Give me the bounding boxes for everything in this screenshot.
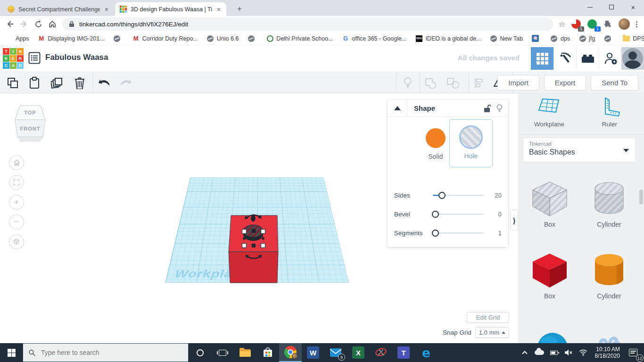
shape-solid-box[interactable]: Box [524,250,576,300]
chrome-taskbar-button[interactable] [279,343,302,362]
teams-taskbar-button[interactable]: T [392,343,415,362]
word-taskbar-button[interactable]: W [302,343,324,362]
shape-hole-cylinder[interactable]: Cylinder [583,178,635,228]
tinkercad-logo[interactable]: TIN KER CAD [3,48,24,69]
bookmark-item[interactable]: M Displaying IMG-201... [38,35,105,42]
maximize-button[interactable] [601,0,622,14]
search-input[interactable] [40,348,182,357]
shape-solid-cylinder[interactable]: Cylinder [583,250,635,300]
design-title[interactable]: Fabulous Waasa [45,53,108,62]
bookmark-item[interactable]: G office 365 - Google... [342,35,407,42]
tray-expand-button[interactable] [519,346,530,360]
close-button[interactable]: × [622,0,644,14]
3d-viewport[interactable]: Workplane TOP FRONT + − [0,93,519,343]
export-button[interactable]: Export [544,75,586,90]
mail-taskbar-button[interactable]: 9 [324,343,347,362]
bookmark-item[interactable]: Unio 6.6 [207,35,239,42]
forward-button[interactable] [17,17,31,31]
shape-scribble-partial[interactable] [583,329,635,343]
bookmark-item[interactable] [248,35,257,42]
shape-library-dropdown[interactable]: Tinkercad Basic Shapes [523,137,636,162]
address-bar[interactable]: tinkercad.com/things/dhVfiX276EJ/edit [62,17,553,31]
unlock-icon[interactable] [484,104,491,113]
shape-sphere-partial[interactable] [524,327,576,343]
redo-button[interactable] [119,76,133,90]
bookmark-item[interactable]: IDEO IDEO is a global de... [415,35,481,42]
minecraft-export-button[interactable] [553,47,576,70]
sidebar-scrollbar-thumb[interactable] [639,189,643,205]
snipping-tool-button[interactable] [370,343,392,362]
account-avatar[interactable] [621,47,644,70]
tab-close-icon[interactable]: × [104,6,109,13]
bookmark-item[interactable] [604,35,614,42]
lego-export-button[interactable] [576,47,599,70]
bookmark-item[interactable]: M Corridor Duty Repo... [132,35,198,42]
excel-taskbar-button[interactable]: X [347,343,370,362]
battery-tray-icon[interactable] [548,346,560,360]
ruler-tool[interactable]: Ruler [581,97,638,128]
view-cube[interactable]: TOP FRONT [12,104,48,145]
bookmark-star-icon[interactable]: ☆ [559,20,565,29]
perspective-toggle-button[interactable] [9,234,24,249]
task-view-button[interactable] [211,343,234,362]
hole-option-selected[interactable]: Hole [449,119,493,167]
extension-green[interactable]: 1 [586,18,598,30]
duplicate-button[interactable] [50,76,64,90]
new-tab-button[interactable]: + [234,4,245,14]
bookmark-apps[interactable]: Apps [6,35,29,42]
cortana-button[interactable] [189,343,211,362]
invite-collaborator-button[interactable] [599,47,621,70]
panel-collapse-button[interactable] [388,100,407,117]
taskbar-search[interactable] [23,343,189,362]
delete-button[interactable] [73,76,87,90]
home-button[interactable] [45,17,59,31]
undo-button[interactable] [97,76,111,90]
segments-slider-track[interactable] [433,232,484,234]
bookmark-item[interactable]: New Tab [490,35,523,42]
shape-hole-box[interactable]: Box [524,178,576,228]
show-hidden-button[interactable] [401,76,415,90]
segments-slider-knob[interactable] [432,230,439,237]
action-center-button[interactable]: 12 [626,346,640,360]
align-button[interactable] [471,76,486,90]
send-to-button[interactable]: Send To [591,75,638,90]
zoom-in-button[interactable]: + [9,195,24,210]
blocks-view-button[interactable] [531,47,553,70]
tab-close-icon[interactable]: × [216,6,222,13]
design-menu-button[interactable] [28,52,41,64]
bookmark-item[interactable] [532,35,542,42]
import-button[interactable]: Import [497,75,539,90]
tab-secret-compartment[interactable]: Secret Compartment Challenge - × [3,2,114,16]
fit-view-button[interactable] [9,175,24,190]
profile-avatar[interactable] [618,18,630,30]
bookmark-folder-dps[interactable]: DPS [623,35,644,42]
extension-onetab[interactable]: 1 [570,18,582,30]
snap-grid-dropdown[interactable]: 1.0 mm [475,327,509,338]
sidebar-collapse-handle[interactable]: ) [510,210,518,230]
bevel-slider-knob[interactable] [432,211,439,218]
zoom-out-button[interactable]: − [9,214,24,230]
chrome-menu-button[interactable] [636,21,637,27]
bookmark-item[interactable]: jfg [579,35,595,42]
sides-slider-track[interactable] [433,195,484,196]
volume-muted-tray-icon[interactable] [563,346,574,360]
workplane-tool[interactable]: Workplane [521,97,578,128]
file-explorer-button[interactable] [234,343,256,362]
onedrive-tray-icon[interactable] [534,346,545,360]
start-button[interactable] [0,343,23,362]
minimize-button[interactable] [579,0,601,14]
edit-grid-button[interactable]: Edit Grid [467,312,509,323]
ungroup-button[interactable] [446,76,460,90]
group-button[interactable] [423,76,438,90]
taskbar-clock[interactable]: 10:10 AM 8/18/2020 [592,346,623,359]
sides-slider-knob[interactable] [438,192,446,199]
bookmark-item[interactable]: dps [551,35,570,42]
bookmark-item[interactable] [114,35,124,42]
wifi-tray-icon[interactable] [578,346,589,360]
edge-taskbar-button[interactable]: e [415,343,438,362]
microsoft-store-button[interactable] [256,343,279,362]
paste-button[interactable] [27,76,41,90]
extensions-puzzle-button[interactable] [602,18,614,30]
bevel-slider-track[interactable] [433,214,484,215]
reload-button[interactable] [31,17,45,31]
